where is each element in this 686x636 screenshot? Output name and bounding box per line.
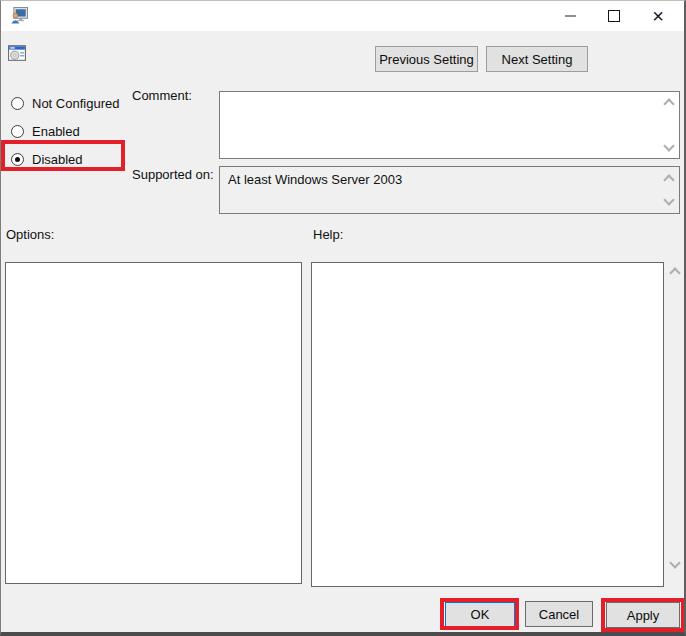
options-label: Options: [6, 227, 54, 242]
next-setting-button[interactable]: Next Setting [486, 46, 588, 72]
apply-button[interactable]: Apply [606, 602, 680, 628]
radio-disabled[interactable]: Disabled [11, 149, 83, 169]
radio-label: Disabled [32, 152, 83, 167]
help-pane[interactable] [311, 262, 664, 587]
scroll-up-icon[interactable] [669, 267, 680, 278]
comment-label: Comment: [132, 88, 192, 103]
radio-enabled[interactable]: Enabled [11, 121, 80, 141]
help-scrollbar[interactable] [666, 263, 683, 585]
supported-on-field: At least Windows Server 2003 [219, 166, 680, 214]
radio-selected-icon [11, 153, 24, 166]
scroll-up-icon[interactable] [663, 98, 674, 109]
ok-button[interactable]: OK [445, 602, 515, 627]
close-icon: × [652, 6, 664, 26]
close-button[interactable]: × [636, 1, 680, 31]
radio-label: Not Configured [32, 96, 119, 111]
maximize-button[interactable] [592, 1, 636, 31]
window-controls: × [548, 1, 680, 31]
minimize-icon [565, 15, 576, 17]
title-bar: × [1, 1, 684, 31]
radio-not-configured[interactable]: Not Configured [11, 93, 119, 113]
group-policy-user-icon [10, 7, 28, 25]
scroll-down-icon[interactable] [663, 140, 674, 151]
policy-setting-icon [8, 44, 26, 62]
scroll-down-icon[interactable] [663, 194, 674, 205]
previous-setting-button[interactable]: Previous Setting [375, 46, 478, 72]
scroll-down-icon[interactable] [669, 557, 680, 568]
cancel-button[interactable]: Cancel [525, 601, 593, 627]
radio-icon [11, 97, 24, 110]
supported-on-value: At least Windows Server 2003 [228, 172, 402, 187]
comment-textarea[interactable] [219, 91, 680, 159]
minimize-button[interactable] [548, 1, 592, 31]
radio-label: Enabled [32, 124, 80, 139]
maximize-icon [608, 10, 620, 22]
supported-on-label: Supported on: [132, 167, 214, 182]
options-pane[interactable] [5, 262, 302, 584]
radio-icon [11, 125, 24, 138]
policy-setting-dialog: × Previous Setting Next Setting Not Conf… [0, 0, 686, 636]
help-label: Help: [313, 227, 343, 242]
scroll-up-icon[interactable] [663, 174, 674, 185]
